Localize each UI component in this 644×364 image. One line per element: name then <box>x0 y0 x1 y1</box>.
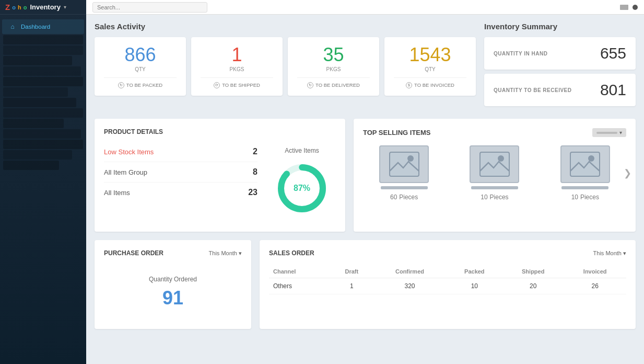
so-confirmed: 320 <box>373 278 446 294</box>
home-icon: ⌂ <box>8 23 17 30</box>
so-filter-label: This Month <box>593 250 622 256</box>
item-bar-1 <box>471 186 518 189</box>
po-content: Quantity Ordered 91 <box>104 265 242 320</box>
top-bar-actions <box>620 5 638 10</box>
pack-icon: ↻ <box>118 82 124 88</box>
app-logo: Zoho <box>5 3 27 12</box>
inv-hand-value: 655 <box>600 44 626 62</box>
item-qty-1: 10 <box>481 194 487 201</box>
po-filter[interactable]: This Month ▾ <box>209 250 242 257</box>
item-count-0: 60 Pieces <box>390 192 418 201</box>
ship-label: TO BE SHIPPED <box>222 82 260 88</box>
item-card-1: 10 Pieces <box>453 145 535 201</box>
item-qty-0: 60 <box>390 194 397 201</box>
sidebar-sub-item-12[interactable] <box>3 150 72 160</box>
sidebar-sub-item-3[interactable] <box>3 56 72 65</box>
item-image-2 <box>560 145 610 183</box>
low-stock-value: 2 <box>253 147 257 156</box>
po-filter-arrow: ▾ <box>239 250 242 257</box>
inv-hand-label: QUANTITY IN HAND <box>494 51 547 56</box>
top-bar <box>86 0 644 15</box>
so-col-confirmed: Confirmed <box>373 265 446 278</box>
items-grid: 60 Pieces <box>363 145 626 201</box>
sidebar-sub-item-10[interactable] <box>3 129 81 139</box>
item-count-1: 10 Pieces <box>481 192 508 201</box>
sidebar-sub-item-5[interactable] <box>3 77 83 86</box>
sidebar: Zoho Inventory ▾ ⌂ Dashboard <box>0 0 86 364</box>
close-button[interactable] <box>633 5 638 10</box>
sales-card-deliver: 35 Pkgs ↻ TO BE DELIVERED <box>288 37 379 96</box>
sales-card-invoice: 1543 Qty $ TO BE INVOICED <box>384 37 476 96</box>
so-col-invoiced: Invoiced <box>564 265 626 278</box>
sidebar-item-dashboard[interactable]: ⌂ Dashboard <box>2 19 84 34</box>
sales-activity-title: Sales Activity <box>95 22 476 31</box>
item-card-0: 60 Pieces <box>363 145 445 201</box>
inv-receive-label: QUANTITY TO BE RECEIVED <box>494 87 571 93</box>
so-filter-arrow: ▾ <box>623 250 626 257</box>
so-channel: Others <box>269 278 330 294</box>
pack-quantity: 866 <box>104 44 177 65</box>
top-selling-header: TOP SELLING ITEMS ▾ <box>363 128 626 137</box>
sidebar-sub-item-13[interactable] <box>3 161 59 170</box>
item-unit-1: Pieces <box>490 194 509 201</box>
inventory-summary: Inventory Summary QUANTITY IN HAND 655 Q… <box>484 22 636 110</box>
low-stock-link[interactable]: Low Stock Items <box>104 148 154 156</box>
product-row-lowstock: Low Stock Items 2 <box>104 142 257 162</box>
sidebar-sub-item-2[interactable] <box>3 46 83 55</box>
so-filter[interactable]: This Month ▾ <box>593 250 626 257</box>
so-header: SALES ORDER This Month ▾ <box>269 249 626 257</box>
sidebar-sub-item-9[interactable] <box>3 119 64 128</box>
sidebar-nav: ⌂ Dashboard <box>0 15 86 364</box>
so-table: Channel Draft Confirmed Packed Shipped I… <box>269 265 626 294</box>
pack-unit: Qty <box>104 66 177 72</box>
sidebar-sub-item-6[interactable] <box>3 87 68 97</box>
pack-label: TO BE PACKED <box>126 82 162 88</box>
sidebar-sub-item-11[interactable] <box>3 140 83 149</box>
invoice-unit: Qty <box>394 66 466 72</box>
so-invoiced: 26 <box>564 278 626 294</box>
top-selling-filter[interactable]: ▾ <box>592 128 626 137</box>
item-card-2: 10 Pieces <box>544 145 626 201</box>
so-col-shipped: Shipped <box>502 265 564 278</box>
sidebar-sub-item-8[interactable] <box>3 108 83 118</box>
invoice-icon: $ <box>406 82 412 88</box>
sidebar-sub-item-1[interactable] <box>3 35 83 44</box>
next-arrow[interactable]: ❯ <box>624 167 631 179</box>
inv-row-receive: QUANTITY TO BE RECEIVED 801 <box>484 74 636 106</box>
main-content: Sales Activity 866 Qty ↻ TO BE PACKED 1 … <box>86 0 644 364</box>
search-input[interactable] <box>92 2 207 13</box>
purchase-order-card: PURCHASE ORDER This Month ▾ Quantity Ord… <box>95 240 251 329</box>
sidebar-header: Zoho Inventory ▾ <box>0 0 86 15</box>
deliver-icon: ↻ <box>307 82 313 88</box>
item-group-value: 8 <box>253 167 257 177</box>
app-name: Inventory <box>30 3 61 11</box>
item-image-0 <box>379 145 429 183</box>
sales-order-card: SALES ORDER This Month ▾ Channel Draft C… <box>260 240 636 329</box>
filter-arrow: ▾ <box>619 130 622 135</box>
deliver-quantity: 35 <box>297 44 370 65</box>
app-dropdown-arrow[interactable]: ▾ <box>64 4 66 10</box>
deliver-footer: ↻ TO BE DELIVERED <box>297 77 370 88</box>
product-details-title: PRODUCT DETAILS <box>104 128 336 135</box>
minimize-button[interactable] <box>620 5 628 10</box>
sidebar-sub-item-7[interactable] <box>3 98 76 107</box>
product-image-icon-2 <box>569 151 601 177</box>
so-shipped: 20 <box>502 278 564 294</box>
donut-title: Active Items <box>285 147 319 154</box>
product-details-card: PRODUCT DETAILS Low Stock Items 2 All It… <box>95 119 345 232</box>
sidebar-item-label-dashboard: Dashboard <box>21 24 50 30</box>
invoice-label: TO BE INVOICED <box>414 82 454 88</box>
so-col-packed: Packed <box>447 265 503 278</box>
product-image-icon-1 <box>479 151 510 177</box>
invoice-quantity: 1543 <box>394 44 466 65</box>
so-col-channel: Channel <box>269 265 330 278</box>
inv-receive-value: 801 <box>600 81 626 99</box>
pack-footer: ↻ TO BE PACKED <box>104 77 177 88</box>
svg-rect-4 <box>480 152 509 176</box>
sales-card-ship: 1 Pkgs ⟳ TO BE SHIPPED <box>191 37 283 96</box>
sidebar-sub-item-4[interactable] <box>3 66 81 76</box>
item-count-2: 10 Pieces <box>571 192 599 201</box>
product-row-groups: All Item Group 8 <box>104 162 257 183</box>
item-bar-2 <box>561 186 608 189</box>
svg-rect-6 <box>570 152 600 176</box>
